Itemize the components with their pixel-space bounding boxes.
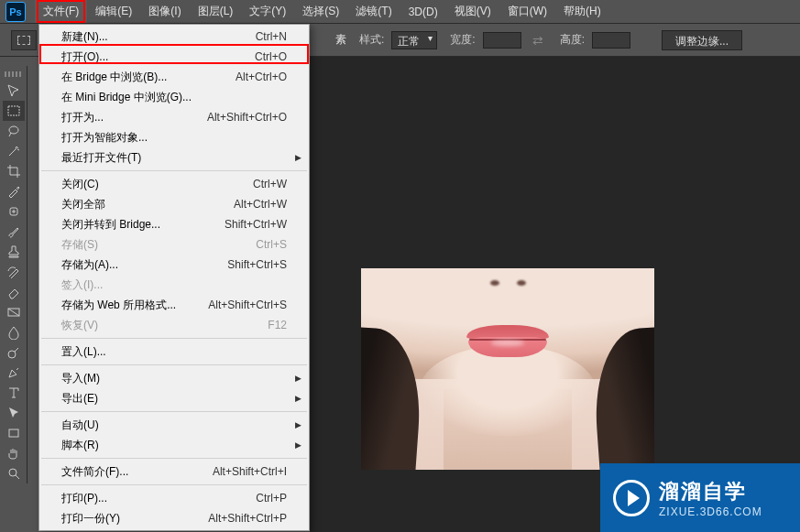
menu-edit[interactable]: 编辑(E): [87, 0, 140, 23]
brush-tool[interactable]: [3, 222, 25, 242]
menu-item-19[interactable]: 导入(M): [39, 368, 309, 388]
menu-file[interactable]: 文件(F): [35, 0, 87, 23]
swap-dimensions-icon[interactable]: ⇄: [529, 33, 547, 48]
ps-logo-icon: Ps: [5, 2, 26, 22]
menu-item-25[interactable]: 文件简介(F)...Alt+Shift+Ctrl+I: [39, 461, 309, 482]
menu-image[interactable]: 图像(I): [140, 0, 189, 23]
menu-item-label: 打开(O)...: [61, 49, 108, 65]
stamp-tool[interactable]: [3, 242, 25, 262]
menu-filter[interactable]: 滤镜(T): [347, 0, 400, 23]
menu-item-shortcut: F12: [268, 319, 287, 331]
menu-item-2[interactable]: 在 Bridge 中浏览(B)...Alt+Ctrl+O: [39, 67, 309, 87]
move-tool[interactable]: [3, 81, 25, 101]
menu-item-4[interactable]: 打开为...Alt+Shift+Ctrl+O: [39, 107, 309, 127]
menu-view[interactable]: 视图(V): [446, 0, 499, 23]
menu-item-label: 关闭并转到 Bridge...: [61, 217, 160, 233]
menu-type[interactable]: 文字(Y): [241, 0, 294, 23]
menu-item-3[interactable]: 在 Mini Bridge 中浏览(G)...: [39, 87, 309, 107]
marquee-tool[interactable]: [3, 101, 25, 121]
height-field[interactable]: [592, 32, 630, 49]
menu-item-label: 签入(I)...: [61, 277, 103, 293]
menu-help[interactable]: 帮助(H): [555, 0, 609, 23]
lasso-tool[interactable]: [3, 121, 25, 141]
rectangle-shape-tool[interactable]: [3, 423, 25, 443]
play-icon: [613, 480, 650, 516]
menu-item-label: 存储为(A)...: [61, 257, 118, 273]
menu-layer[interactable]: 图层(L): [190, 0, 242, 23]
menu-separator: [41, 364, 307, 365]
path-selection-tool[interactable]: [3, 403, 25, 423]
menu-item-0[interactable]: 新建(N)...Ctrl+N: [39, 27, 309, 47]
menu-item-label: 关闭(C): [61, 177, 99, 192]
menu-item-label: 在 Bridge 中浏览(B)...: [61, 70, 167, 85]
menu-separator: [41, 170, 307, 171]
menu-separator: [41, 458, 307, 459]
menu-item-20[interactable]: 导出(E): [39, 388, 309, 408]
watermark: 溜溜自学 ZIXUE.3D66.COM: [600, 463, 800, 532]
tool-preset-icon[interactable]: [11, 30, 37, 50]
menu-item-label: 脚本(R): [61, 438, 99, 453]
menu-item-8[interactable]: 关闭(C)Ctrl+W: [39, 174, 309, 194]
menu-item-shortcut: Ctrl+W: [253, 178, 287, 190]
menu-item-23[interactable]: 脚本(R): [39, 435, 309, 455]
menu-item-label: 新建(N)...: [61, 29, 108, 45]
toolbar: [0, 66, 27, 483]
gradient-tool[interactable]: [3, 302, 25, 322]
width-label: 宽度:: [450, 32, 475, 48]
menu-item-label: 打开为...: [61, 110, 104, 125]
menu-item-label: 恢复(V): [61, 318, 98, 333]
menu-item-6[interactable]: 最近打开文件(T): [39, 147, 309, 168]
menu-item-27[interactable]: 打印(P)...Ctrl+P: [39, 488, 309, 508]
menu-item-9[interactable]: 关闭全部Alt+Ctrl+W: [39, 194, 309, 214]
crop-tool[interactable]: [3, 161, 25, 181]
menu-item-shortcut: Alt+Shift+Ctrl+P: [208, 512, 287, 525]
menu-item-label: 导出(E): [61, 391, 98, 407]
menu-item-label: 存储(S): [61, 237, 98, 253]
menu-item-14[interactable]: 存储为 Web 所用格式...Alt+Shift+Ctrl+S: [39, 295, 309, 315]
menu-item-1[interactable]: 打开(O)...Ctrl+O: [39, 47, 309, 67]
menu-item-label: 打印一份(Y): [61, 511, 120, 527]
menu-item-shortcut: Ctrl+P: [256, 492, 287, 505]
pen-tool[interactable]: [3, 363, 25, 383]
eraser-tool[interactable]: [3, 282, 25, 302]
menu-select[interactable]: 选择(S): [294, 0, 347, 23]
menubar: Ps 文件(F) 编辑(E) 图像(I) 图层(L) 文字(Y) 选择(S) 滤…: [0, 0, 800, 24]
menu-item-shortcut: Alt+Ctrl+W: [234, 198, 287, 211]
width-field[interactable]: [483, 32, 521, 49]
healing-brush-tool[interactable]: [3, 201, 25, 222]
menu-item-label: 打开为智能对象...: [61, 130, 148, 146]
menu-item-shortcut: Alt+Ctrl+O: [236, 71, 287, 83]
menu-item-label: 关闭全部: [61, 197, 105, 212]
menu-item-label: 导入(M): [61, 371, 100, 386]
menu-item-label: 在 Mini Bridge 中浏览(G)...: [61, 90, 192, 105]
menu-item-22[interactable]: 自动(U): [39, 415, 309, 435]
menu-item-label: 自动(U): [61, 418, 99, 433]
zoom-tool[interactable]: [3, 463, 25, 483]
refine-edge-button[interactable]: 调整边缘...: [662, 30, 742, 50]
magic-wand-tool[interactable]: [3, 141, 25, 161]
watermark-url: ZIXUE.3D66.COM: [659, 505, 762, 518]
menu-window[interactable]: 窗口(W): [499, 0, 555, 23]
menu-item-10[interactable]: 关闭并转到 Bridge...Shift+Ctrl+W: [39, 214, 309, 234]
style-select[interactable]: 正常: [391, 31, 437, 49]
svg-rect-5: [9, 429, 18, 437]
menu-item-shortcut: Alt+Shift+Ctrl+S: [208, 299, 287, 311]
menu-item-5[interactable]: 打开为智能对象...: [39, 127, 309, 147]
menu-item-shortcut: Alt+Shift+Ctrl+I: [213, 465, 287, 478]
toolbar-grip-icon[interactable]: [5, 71, 23, 77]
dodge-tool[interactable]: [3, 342, 25, 363]
feather-suffix: 素: [335, 32, 346, 48]
svg-point-6: [9, 469, 16, 476]
type-tool[interactable]: [3, 383, 25, 403]
menu-item-label: 置入(L)...: [61, 344, 106, 360]
menu-item-28[interactable]: 打印一份(Y)Alt+Shift+Ctrl+P: [39, 508, 309, 528]
menu-3d[interactable]: 3D(D): [400, 2, 446, 22]
document-image[interactable]: [361, 268, 654, 470]
eyedropper-tool[interactable]: [3, 181, 25, 201]
hand-tool[interactable]: [3, 443, 25, 463]
menu-item-12[interactable]: 存储为(A)...Shift+Ctrl+S: [39, 255, 309, 275]
blur-tool[interactable]: [3, 322, 25, 342]
menu-item-shortcut: Shift+Ctrl+S: [227, 258, 287, 271]
menu-item-17[interactable]: 置入(L)...: [39, 342, 309, 362]
history-brush-tool[interactable]: [3, 262, 25, 282]
